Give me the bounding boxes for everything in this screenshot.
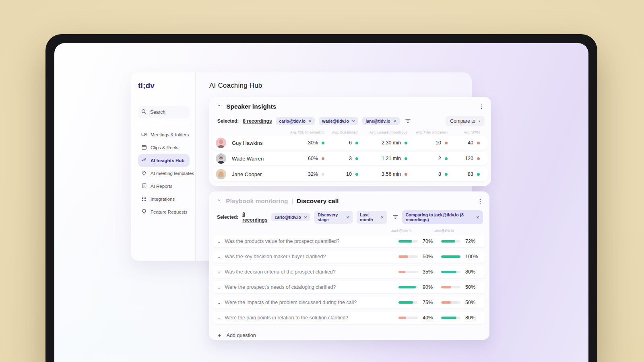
chevron-right-icon: ›	[479, 118, 480, 124]
progress-value: 80%	[465, 269, 480, 275]
metric-value: 40	[468, 140, 473, 146]
plus-icon: +	[218, 332, 221, 339]
progress-value: 75%	[423, 300, 437, 305]
filter-chip-jane[interactable]: jane@tldv.io ✕	[362, 117, 400, 125]
desk-background: tl;dv Search Meetings & folders Clips & …	[0, 0, 644, 362]
selected-count-link[interactable]: 8 recordings	[242, 212, 267, 223]
speaker-name: Jane Cooper	[229, 171, 289, 177]
selected-count-link[interactable]: 8 recordings	[243, 118, 272, 124]
sidebar-item-ai-reports[interactable]: AI Reports	[138, 180, 190, 193]
speaker-name: Guy Hawkins	[229, 140, 289, 146]
table-row-guy-hawkins[interactable]: Guy Hawkins 30% 6 2.30 min 10 40	[213, 136, 488, 150]
metric-value: 3	[349, 156, 352, 161]
playbook-column-headers: Jack@tldv.io Carlo@tldv.io	[209, 224, 489, 235]
question-text: Were the impacts of the problem discusse…	[225, 300, 398, 305]
sidebar-item-ai-insights-hub[interactable]: AI Insights Hub	[138, 154, 190, 167]
chevron-down-icon[interactable]: ⌄	[217, 300, 221, 305]
metric-value: 1.21 min	[382, 156, 401, 161]
add-question-button[interactable]: + Add question	[209, 327, 489, 339]
playbook-title-muted[interactable]: Playbook monitoring	[226, 197, 288, 205]
question-text: Were the pain points in relation to the …	[225, 315, 398, 321]
collapse-chevron-icon[interactable]: ⌃	[217, 199, 221, 204]
progress-value: 50%	[423, 254, 437, 259]
sidebar-item-clips-reels[interactable]: Clips & Reels	[138, 141, 190, 154]
filter-chip-wade[interactable]: wade@tldv.io ✕	[319, 117, 358, 125]
trend-line-icon	[141, 157, 147, 164]
question-row[interactable]: ⌄ Were the impacts of the problem discus…	[213, 296, 485, 309]
filter-icon[interactable]	[405, 117, 411, 125]
filter-chip-carlo[interactable]: carlo@tldv.io ✕	[276, 117, 315, 125]
progress-value: 50%	[465, 284, 480, 290]
chip-close-icon[interactable]: ✕	[380, 215, 384, 220]
progress-bar	[398, 255, 418, 258]
chip-close-icon[interactable]: ✕	[346, 215, 349, 220]
status-dot	[322, 142, 324, 144]
collapse-chevron-icon[interactable]: ⌃	[217, 105, 221, 109]
question-text: Was the products value for the prospect …	[225, 239, 398, 244]
question-row[interactable]: ⌄ Were the prospect's needs of catalogin…	[213, 281, 485, 293]
question-row[interactable]: ⌄ Were the pain points in relation to th…	[213, 312, 485, 324]
selected-label: Selected:	[217, 214, 238, 220]
chip-label: carlo@tldv.io	[275, 215, 301, 220]
metric-value: 120	[465, 156, 473, 161]
column-header: Avg. Filler words/min	[408, 130, 448, 134]
search-label: Search	[150, 109, 165, 115]
speaker-name: Wade Warren	[229, 156, 289, 162]
sidebar-item-feature-requests[interactable]: Feature Requests	[138, 206, 190, 218]
filter-chip-carlo[interactable]: carlo@tldv.io ✕	[271, 213, 310, 221]
column-header: Avg. Longest monologue	[359, 130, 408, 134]
chip-close-icon[interactable]: ✕	[308, 119, 312, 123]
sidebar-item-ai-meeting-templates[interactable]: AI meeting templates	[138, 167, 190, 180]
column-header: Jack@tldv.io	[391, 229, 411, 233]
status-dot	[405, 173, 407, 176]
metric-value: 6	[349, 140, 352, 146]
status-dot	[355, 142, 358, 144]
progress-bar	[441, 317, 460, 319]
chip-close-icon[interactable]: ✕	[393, 119, 396, 123]
sidebar-item-meetings-folders[interactable]: Meetings & folders	[138, 128, 190, 141]
chevron-down-icon[interactable]: ⌄	[217, 239, 221, 244]
tag-icon	[141, 170, 147, 177]
speaker-insights-panel: ⌃ Speaker insights ⋮ Selected: 8 recordi…	[209, 97, 491, 186]
chip-close-icon[interactable]: ✕	[304, 215, 307, 220]
table-row-jane-cooper[interactable]: Jane Cooper 32% 10 3.56 min 8 83	[213, 167, 488, 181]
column-header: Avg. WPM	[448, 130, 481, 134]
chevron-down-icon[interactable]: ⌄	[217, 255, 221, 259]
chevron-down-icon[interactable]: ⌄	[217, 316, 221, 320]
question-text: Was the key decision maker / buyer clari…	[225, 254, 398, 259]
question-row[interactable]: ⌄ Was the decision criteria of the prosp…	[213, 266, 485, 278]
progress-value: 100%	[465, 254, 480, 259]
metric-value: 30%	[308, 140, 318, 146]
chevron-down-icon[interactable]: ⌄	[217, 270, 221, 274]
progress-value: 80%	[465, 315, 480, 321]
sidebar-item-label: AI Reports	[151, 184, 172, 189]
compare-to-button[interactable]: Compare to ›	[446, 116, 485, 126]
playbook-filters-row: Selected: 8 recordings carlo@tldv.io ✕ D…	[209, 205, 489, 224]
filter-chip-discovery-stage[interactable]: Discovery stage ✕	[314, 211, 353, 224]
question-row[interactable]: ⌄ Was the key decision maker / buyer cla…	[213, 251, 485, 263]
status-dot	[445, 142, 448, 144]
status-dot	[322, 173, 324, 176]
compare-to-label: Compare to	[450, 118, 475, 124]
progress-bar	[441, 301, 460, 304]
column-header: Avg. Talk time/meeting	[289, 130, 325, 134]
page-title: AI Coaching Hub	[209, 82, 262, 90]
metric-value: 3.56 min	[382, 171, 401, 177]
filter-chip-last-month[interactable]: Last month ✕	[357, 211, 387, 224]
search-input[interactable]: Search	[138, 106, 190, 118]
table-row-wade-warren[interactable]: Wade Warren 60% 3 1.21 min 2 120	[213, 152, 488, 165]
filter-icon[interactable]	[393, 214, 398, 221]
chip-close-icon[interactable]: ✕	[352, 119, 355, 123]
question-row[interactable]: ⌄ Was the products value for the prospec…	[213, 235, 485, 247]
metric-value: 83	[468, 171, 473, 177]
speaker-insights-header: ⌃ Speaker insights ⋮	[209, 97, 491, 110]
kebab-menu-icon[interactable]: ⋮	[479, 104, 485, 109]
status-dot	[477, 157, 480, 160]
status-dot	[445, 157, 448, 160]
comparing-chip[interactable]: Comparing to jack@tldv.io (8 recordings)…	[402, 210, 483, 224]
chevron-down-icon[interactable]: ⌄	[217, 285, 221, 290]
sidebar-item-integrations[interactable]: Integrations	[138, 193, 190, 206]
metric-value: 10	[346, 171, 352, 177]
chip-close-icon[interactable]: ✕	[476, 215, 479, 220]
kebab-menu-icon[interactable]: ⋮	[477, 198, 483, 204]
